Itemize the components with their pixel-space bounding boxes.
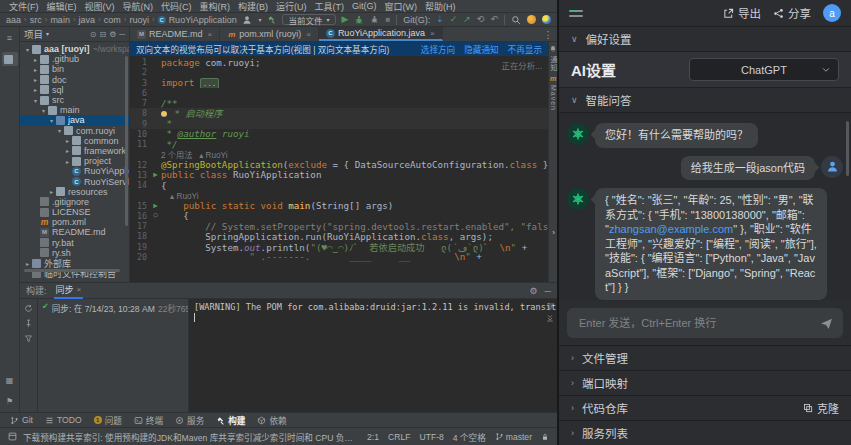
status-widget-3[interactable]: 4 个空格 [453, 431, 486, 443]
menu-item-2[interactable]: 视图(V) [81, 0, 119, 13]
send-icon[interactable] [820, 317, 833, 330]
toolwindow-6-button[interactable]: 依赖 [257, 414, 286, 426]
collapse-all-icon[interactable]: ⊟ [99, 30, 106, 39]
more-options-icon[interactable]: ⋮ [544, 29, 554, 40]
chat-scrollbar[interactable] [846, 121, 849, 176]
tree-toggle-icon[interactable]: ▸ [32, 66, 39, 73]
project-panel-header[interactable]: 项目 ▾ ⊙ ⊟ ⚙ ─ [20, 27, 130, 41]
bookmark-icon[interactable]: ⚑ [2, 394, 18, 408]
tree-toggle-icon[interactable]: ▸ [32, 76, 39, 83]
settings-icon[interactable]: ⚙ [109, 30, 116, 39]
status-widget-2[interactable]: UTF-8 [419, 432, 443, 442]
toolwindow-3-button[interactable]: 终端 [134, 414, 163, 426]
banner-link-dont-show[interactable]: 不再显示 [508, 43, 542, 55]
toolwindow-1-button[interactable]: TODO [45, 415, 82, 425]
menu-item-10[interactable]: 窗口(W) [381, 0, 422, 13]
intention-bulb-icon[interactable] [161, 111, 167, 117]
chat-input[interactable] [577, 316, 814, 330]
tree-item-.github[interactable]: ▸.github [20, 54, 129, 64]
rerun-icon[interactable] [24, 304, 33, 313]
hide-icon[interactable]: ─ [119, 30, 125, 39]
tree-item-main[interactable]: ▾main [20, 105, 129, 115]
project-tool-icon[interactable] [2, 52, 18, 66]
build-status-pane[interactable]: ✔ 同步: 在 7/14/23, 10:28 AM 22秒765毫秒 [38, 299, 188, 412]
panel-section-3[interactable]: › 服务列表 [559, 420, 851, 445]
tree-vertical-scrollbar[interactable] [125, 56, 128, 226]
menu-item-9[interactable]: Git(G) [348, 1, 381, 11]
layout-icon[interactable]: ▦ [2, 373, 18, 387]
preferences-section-header[interactable]: ∨ 偏好设置 [559, 27, 851, 52]
close-icon[interactable]: × [430, 29, 435, 38]
coverage-button[interactable] [370, 15, 379, 24]
build-settings-icon[interactable]: ⚙ [530, 286, 538, 296]
run-gutter-icon[interactable]: ▶ [153, 201, 158, 210]
pin-icon[interactable] [24, 319, 33, 328]
search-everywhere-icon[interactable] [511, 15, 521, 25]
breadcrumb-item-4[interactable]: com [104, 15, 121, 25]
profile-gradient-icon[interactable] [527, 15, 536, 24]
tree-item-ry.sh[interactable]: ry.sh [20, 248, 129, 258]
tree-item-java[interactable]: ▾java [20, 115, 129, 125]
git-branch-widget[interactable]: master [495, 432, 532, 442]
tree-item-ruoyiapplication[interactable]: CRuoYiApplication [20, 166, 129, 176]
tree-toggle-icon[interactable]: ▸ [64, 137, 71, 144]
menu-item-6[interactable]: 构建(B) [234, 0, 272, 13]
git-update-icon[interactable]: ⇣ [436, 15, 444, 24]
close-icon[interactable]: × [77, 285, 82, 294]
tree-horizontal-scrollbar[interactable] [24, 269, 120, 272]
tree-item-framework[interactable]: ▸framework [20, 146, 129, 156]
run-gutter-icon[interactable]: ▶ [153, 170, 158, 179]
share-button[interactable]: 分享 [773, 5, 811, 21]
tree-item-com.ruoyi[interactable]: ▾com.ruoyi [20, 126, 129, 136]
menu-item-8[interactable]: 工具(T) [311, 0, 349, 13]
breadcrumb-item-3[interactable]: java [79, 15, 96, 25]
editor-tab-1[interactable]: m pom.xml (ruoyi) × [220, 27, 319, 41]
menu-item-11[interactable]: 帮助(H) [421, 0, 460, 13]
export-button[interactable]: 导出 [723, 5, 761, 21]
panel-section-2[interactable]: › 代码仓库克隆 [559, 395, 851, 420]
run-button[interactable]: ▶ [342, 15, 349, 24]
tree-toggle-icon[interactable]: ▾ [24, 46, 31, 53]
toolwindow-4-button[interactable]: 服务 [175, 414, 204, 426]
maven-tab[interactable]: Maven [550, 85, 557, 111]
minimize-icon[interactable]: ─ [545, 286, 551, 296]
splitter-expand-icon[interactable]: › [549, 228, 558, 237]
breadcrumb-item-0[interactable]: aaa [6, 15, 21, 25]
editor-tab-0[interactable]: M README.md × [130, 27, 220, 41]
tree-toggle-icon[interactable]: ▾ [40, 107, 47, 114]
tree-item-src[interactable]: ▾src [20, 95, 129, 105]
toolwindow-5-button[interactable]: 构建 [216, 414, 245, 426]
tree-item-pom.xml[interactable]: mpom.xml [20, 217, 129, 227]
breadcrumb-item-5[interactable]: ruoyi [129, 15, 149, 25]
tree-item-bin[interactable]: ▸bin [20, 64, 129, 74]
code-area[interactable]: 正在分析... 1package com.ruoyi;23import ...6… [130, 56, 548, 282]
clone-button[interactable]: 克隆 [803, 400, 839, 416]
user-avatar[interactable]: a [823, 4, 841, 22]
tree-item-ry.bat[interactable]: ry.bat [20, 238, 129, 248]
tree-item-sql[interactable]: ▸sql [20, 85, 129, 95]
tree-toggle-icon[interactable]: ▾ [48, 117, 55, 124]
tree-toggle-icon[interactable]: ▸ [32, 56, 39, 63]
tree-toggle-icon[interactable]: ▸ [24, 260, 31, 267]
tree-item-readme.md[interactable]: MREADME.md [20, 227, 129, 237]
tree-toggle-icon[interactable]: ▾ [56, 127, 63, 134]
scroll-to-end-icon[interactable] [546, 314, 554, 322]
tree-item-project[interactable]: ▸project [20, 156, 129, 166]
menu-item-3[interactable]: 导航(N) [119, 0, 158, 13]
tree-item-doc[interactable]: ▸doc [20, 75, 129, 85]
tree-toggle-icon[interactable]: ▾ [32, 97, 39, 104]
email-link[interactable]: zhangsan@example.com [609, 223, 733, 235]
banner-link-choose-direction[interactable]: 选择方向 [421, 43, 455, 55]
menu-icon[interactable]: ≡ [2, 31, 18, 45]
menu-item-4[interactable]: 代码(C) [157, 0, 196, 13]
run-configuration-select[interactable]: 当前文件▾ [282, 14, 335, 25]
tree-item-common[interactable]: ▸common [20, 136, 129, 146]
editor-tab-2[interactable]: C RuoYiApplication.java × [319, 27, 443, 41]
breadcrumb-item-1[interactable]: src [30, 15, 42, 25]
toolwindow-0-button[interactable]: Git [10, 415, 33, 425]
filter-icon[interactable] [24, 334, 33, 343]
soft-wrap-icon[interactable] [546, 302, 554, 310]
menu-item-7[interactable]: 运行(U) [272, 0, 311, 13]
code-editor[interactable]: 双向文本的视觉布局可以取决于基本方向(视图 | 双向文本基本方向) 选择方向 隐… [130, 42, 548, 282]
profile-icon[interactable] [242, 15, 252, 25]
